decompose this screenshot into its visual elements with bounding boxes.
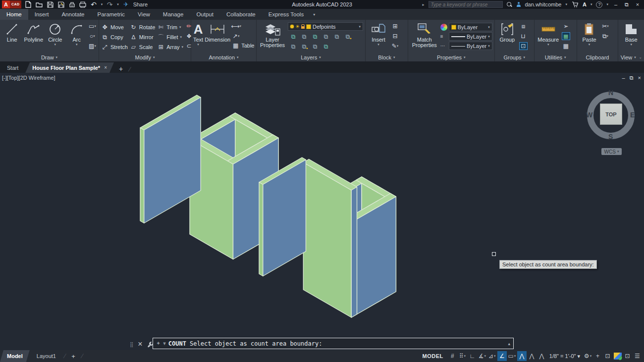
block-editor-icon[interactable]: ✎▾ <box>391 42 399 50</box>
command-drag-handle-icon[interactable]: ⣿ <box>130 342 133 347</box>
panel-label-view[interactable]: View▾ ⌄ <box>618 53 644 61</box>
ungroup-icon[interactable]: ⧈ <box>519 22 528 30</box>
help-caret-icon[interactable]: ▾ <box>606 3 608 6</box>
viewcube-south[interactable]: S <box>608 133 613 141</box>
arc-caret-icon[interactable]: ▾ <box>76 43 78 46</box>
panel-label-annotation[interactable]: Annotation▾ <box>191 53 256 61</box>
annotation-scale-selector[interactable]: 1/8" = 1'-0"▾ <box>547 353 583 360</box>
search-icon[interactable] <box>507 2 512 7</box>
new-layout-button[interactable]: + <box>66 353 80 360</box>
layer-lock-tool-icon[interactable]: ⧉ <box>324 33 328 40</box>
tab-home[interactable]: Home <box>0 9 28 20</box>
status-menu-icon[interactable]: ☰ <box>633 351 642 361</box>
layer-states-icon[interactable]: ⧉ <box>335 33 339 40</box>
graphics-performance-icon[interactable] <box>613 351 622 361</box>
viewport-restore-icon[interactable]: ⧉ <box>630 75 634 81</box>
polar-tracking-icon[interactable]: ∡▾ <box>478 351 487 361</box>
autodesk-logo-icon[interactable]: A <box>583 1 587 7</box>
open-folder-icon[interactable] <box>36 1 43 8</box>
insert-button[interactable]: Insert ▾ <box>368 21 389 46</box>
wall-face[interactable] <box>140 128 144 223</box>
save-icon[interactable] <box>47 1 54 8</box>
base-caret-icon[interactable]: ▾ <box>630 43 632 46</box>
file-tab-start[interactable]: Start <box>0 62 25 73</box>
linetype-dropdown[interactable]: ByLayer ▾ <box>449 42 492 50</box>
undo-icon[interactable]: ↶ <box>90 1 98 8</box>
search-input[interactable] <box>431 2 500 7</box>
command-caret-icon[interactable]: ▾ <box>163 340 166 347</box>
copy-clip-icon[interactable]: ⧉▾ <box>601 32 610 40</box>
annotation-visibility-icon[interactable]: ⋀ <box>517 351 527 361</box>
match-properties-button[interactable]: MatchProperties <box>410 21 439 48</box>
block-create-icon[interactable]: ⊞ <box>391 22 399 30</box>
annotation-scale-people-icon[interactable]: ⋀ <box>537 351 546 361</box>
model-tab[interactable]: Model <box>0 350 30 362</box>
hatch-tool-icon[interactable]: ▨▾ <box>88 42 97 50</box>
fillet-button[interactable]: ⌒Fillet▾ <box>157 33 183 42</box>
stretch-button[interactable]: ⤢Stretch <box>101 44 128 51</box>
layout1-tab[interactable]: Layout1 <box>30 350 63 362</box>
layer-on-tool-icon[interactable]: ⧉ <box>346 33 350 40</box>
viewport-close-icon[interactable]: × <box>638 75 641 81</box>
dimension-style-icon[interactable]: ⟷▾ <box>232 22 240 30</box>
base-button[interactable]: Base ▾ <box>621 21 642 46</box>
dimension-button[interactable]: Dimension <box>205 21 230 43</box>
panel-label-groups[interactable]: Groups▾ <box>495 53 534 61</box>
command-close-icon[interactable]: × <box>138 340 142 349</box>
tab-collaborate[interactable]: Collaborate <box>220 9 262 20</box>
layer-on-icon[interactable] <box>290 25 294 28</box>
layer-lock-icon[interactable] <box>301 26 305 29</box>
save-as-icon[interactable] <box>57 1 65 8</box>
restore-button[interactable]: ⧉ <box>623 1 630 8</box>
status-plus-icon[interactable]: + <box>593 351 602 361</box>
text-button[interactable]: A Text ▾ <box>193 21 203 46</box>
panel-label-properties[interactable]: Properties▾ <box>408 53 494 61</box>
autocad-logo[interactable]: ACAD <box>2 0 21 8</box>
array-button[interactable]: ⊞Array▾ <box>157 44 183 51</box>
redo-caret-icon[interactable]: ▾ <box>117 3 119 6</box>
arc-button[interactable]: Arc ▾ <box>67 21 87 46</box>
object-snap-icon[interactable]: ▭▾ <box>507 351 517 361</box>
insert-caret-icon[interactable]: ▾ <box>377 43 379 46</box>
annotation-autoscale-icon[interactable]: ⋀ <box>527 351 537 361</box>
layer-dropdown-caret-icon[interactable]: ▾ <box>359 25 361 29</box>
layer-color-chip[interactable] <box>306 24 311 29</box>
layer-thaw-icon[interactable]: ☀ <box>295 24 300 29</box>
block-define-attributes-icon[interactable]: ⊟ <box>391 32 399 40</box>
count-icon[interactable]: ▦ <box>562 32 570 40</box>
new-file-icon[interactable] <box>25 1 32 8</box>
user-caret-icon[interactable]: ▾ <box>566 3 568 6</box>
share-label[interactable]: Share <box>133 1 148 7</box>
object-color-dropdown[interactable]: ByLayer ▾ <box>449 23 492 31</box>
search-expand-icon[interactable]: ▸ <box>422 2 424 7</box>
object-snap-tracking-icon[interactable]: ∠ <box>497 351 507 361</box>
panel-label-layers[interactable]: Layers▾ <box>257 53 365 61</box>
clean-screen-icon[interactable]: ⊡ <box>623 351 632 361</box>
layer-unlock-icon[interactable]: ⧉ <box>313 43 318 50</box>
isolate-objects-icon[interactable]: ⊡ <box>603 351 612 361</box>
grid-display-icon[interactable]: # <box>448 351 457 361</box>
layer-match-icon[interactable]: ⧉ <box>324 43 328 50</box>
command-customize-icon[interactable]: ✦ <box>156 340 161 347</box>
tab-express-tools[interactable]: Express Tools <box>262 9 310 20</box>
measure-caret-icon[interactable]: ▾ <box>547 43 549 46</box>
tab-manage[interactable]: Manage <box>157 9 190 20</box>
file-tab-close-icon[interactable]: × <box>104 65 107 70</box>
viewcube-top-face[interactable]: TOP <box>600 103 622 125</box>
new-drawing-tab-button[interactable]: + <box>114 65 128 73</box>
group-edit-icon[interactable]: ⊔ <box>519 32 528 40</box>
drawing-canvas[interactable] <box>0 73 644 350</box>
layer-off-icon[interactable]: ⧉ <box>291 33 296 40</box>
layer-properties-button[interactable]: LayerProperties <box>259 21 286 48</box>
layer-unisolate-icon[interactable]: ⧉ <box>291 43 296 50</box>
measure-button[interactable]: Measure ▾ <box>537 21 560 46</box>
circle-caret-icon[interactable]: ▾ <box>54 43 56 46</box>
viewport-minimize-icon[interactable]: – <box>622 75 625 81</box>
minimize-button[interactable]: – <box>612 1 619 7</box>
wall-face[interactable] <box>351 187 357 318</box>
paste-caret-icon[interactable]: ▾ <box>589 43 590 46</box>
wall-face[interactable] <box>259 182 263 276</box>
layer-dropdown[interactable]: ☀ Defpoints ▾ <box>288 22 363 31</box>
panel-label-modify[interactable]: Modify▾ <box>99 53 191 61</box>
viewcube-east[interactable]: E <box>630 111 635 119</box>
